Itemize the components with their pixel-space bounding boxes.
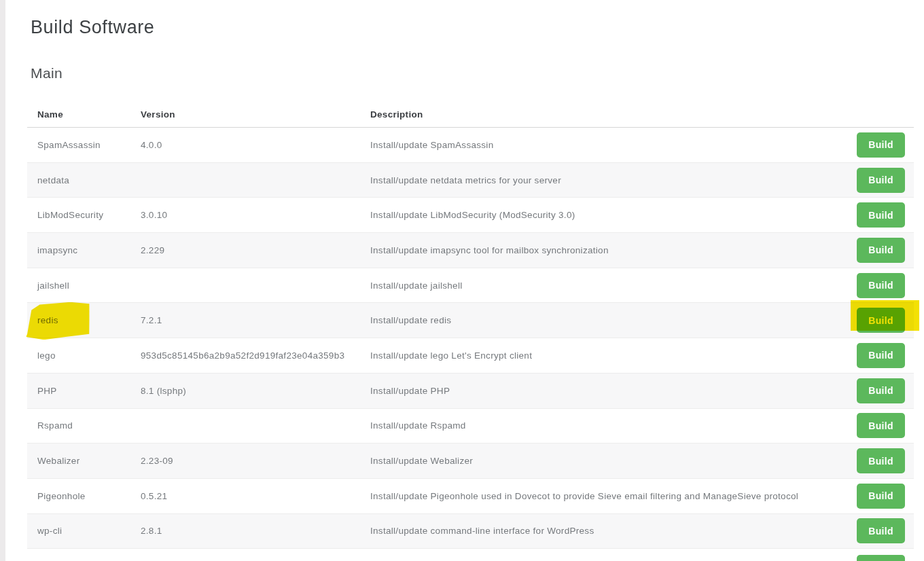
description-cell: Install/update Webalizer: [370, 456, 837, 466]
name-cell: LibModSecurity: [27, 210, 141, 220]
table-row-php: PHP 8.1 (lsphp) Install/update PHP Build: [27, 374, 914, 409]
table-row-wpcli: wp-cli 2.8.1 Install/update command-line…: [27, 514, 914, 549]
name-cell: PHP: [27, 386, 141, 396]
page-title: Build Software: [31, 16, 155, 39]
table-header-row: Name Version Description: [27, 102, 914, 128]
version-cell: 3.0.10: [141, 210, 370, 220]
build-button-rspamd[interactable]: Build: [857, 413, 905, 438]
build-button-wpcli[interactable]: Build: [857, 518, 905, 543]
name-cell: redis: [27, 315, 141, 325]
build-button-imapsync[interactable]: Build: [857, 238, 905, 263]
description-cell: Install/update netdata metrics for your …: [370, 175, 837, 185]
build-button-spamassassin[interactable]: Build: [857, 132, 905, 158]
description-cell: Install/update LibModSecurity (ModSecuri…: [370, 210, 837, 220]
description-cell: Install/update SpamAssassin: [370, 140, 837, 150]
table-row-lego: lego 953d5c85145b6a2b9a52f2d919faf23e04a…: [27, 338, 914, 374]
build-button-lego[interactable]: Build: [857, 343, 905, 368]
table-row-jailshell: jailshell Install/update jailshell Build: [27, 268, 914, 304]
description-cell: Install/update jailshell: [370, 280, 837, 291]
description-cell: Install/update command-line interface fo…: [370, 526, 837, 536]
column-header-description: Description: [370, 109, 837, 120]
name-cell: SpamAssassin: [27, 140, 141, 150]
version-cell: 8.1 (lsphp): [141, 386, 370, 396]
version-cell: 953d5c85145b6a2b9a52f2d919faf23e04a359b3: [141, 350, 370, 361]
description-cell: Install/update imapsync tool for mailbox…: [370, 245, 837, 255]
version-cell: 2.8.1: [141, 526, 370, 536]
table-row-partial: Build: [27, 549, 914, 561]
build-button-webalizer[interactable]: Build: [857, 448, 905, 473]
build-button-pigeonhole[interactable]: Build: [857, 484, 905, 509]
name-cell: lego: [27, 350, 141, 361]
build-button-libmodsecurity[interactable]: Build: [857, 202, 905, 228]
build-button-netdata[interactable]: Build: [857, 168, 905, 193]
name-cell: Webalizer: [27, 456, 141, 466]
column-header-name: Name: [27, 109, 141, 120]
table-row-libmodsecurity: LibModSecurity 3.0.10 Install/update Lib…: [27, 198, 914, 233]
description-cell: Install/update Pigeonhole used in Doveco…: [370, 491, 837, 501]
name-cell: imapsync: [27, 245, 141, 255]
name-cell: jailshell: [27, 280, 141, 291]
table-row-pigeonhole: Pigeonhole 0.5.21 Install/update Pigeonh…: [27, 479, 914, 514]
version-cell: 7.2.1: [141, 315, 370, 325]
name-cell: Rspamd: [27, 420, 141, 431]
column-header-version: Version: [141, 109, 370, 120]
version-cell: 0.5.21: [141, 491, 370, 501]
table-row-webalizer: Webalizer 2.23-09 Install/update Webaliz…: [27, 444, 914, 479]
table-row-imapsync: imapsync 2.229 Install/update imapsync t…: [27, 233, 914, 268]
name-cell: wp-cli: [27, 526, 141, 536]
version-cell: 2.23-09: [141, 456, 370, 466]
version-cell: 4.0.0: [141, 140, 370, 150]
left-edge-strip: [0, 0, 5, 561]
name-cell: netdata: [27, 175, 141, 185]
table-row-redis: redis 7.2.1 Install/update redis Build: [27, 303, 914, 338]
name-cell: Pigeonhole: [27, 491, 141, 501]
table-row-spamassassin: SpamAssassin 4.0.0 Install/update SpamAs…: [27, 128, 914, 163]
build-button-redis[interactable]: Build: [857, 308, 905, 333]
build-button-php[interactable]: Build: [857, 378, 905, 403]
table-row-rspamd: Rspamd Install/update Rspamd Build: [27, 409, 914, 444]
description-cell: Install/update lego Let's Encrypt client: [370, 350, 837, 361]
software-table: Name Version Description SpamAssassin 4.…: [27, 102, 914, 561]
description-cell: Install/update PHP: [370, 386, 837, 396]
version-cell: 2.229: [141, 245, 370, 255]
section-title: Main: [31, 64, 63, 83]
build-button-partial[interactable]: Build: [857, 555, 905, 561]
table-row-netdata: netdata Install/update netdata metrics f…: [27, 163, 914, 198]
build-button-jailshell[interactable]: Build: [857, 273, 905, 298]
description-cell: Install/update Rspamd: [370, 420, 837, 431]
description-cell: Install/update redis: [370, 315, 837, 325]
